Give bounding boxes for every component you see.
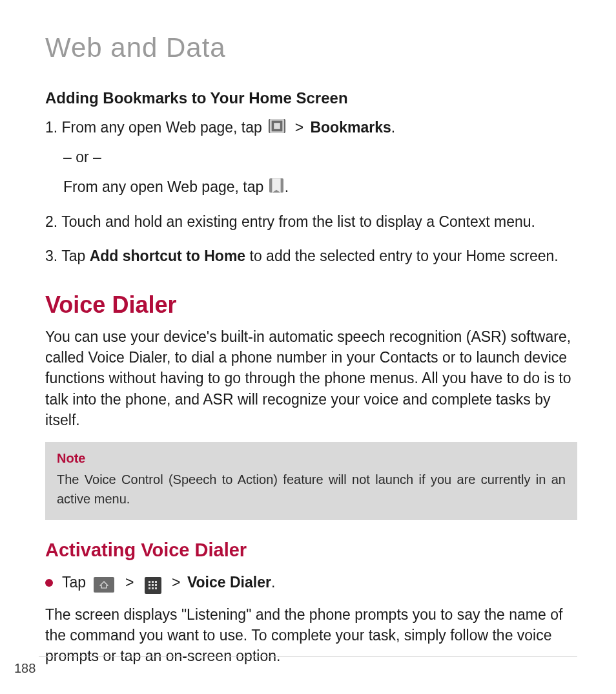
- document-page: Web and Data Adding Bookmarks to Your Ho…: [0, 0, 616, 694]
- bullet-item: Tap > > Voice Dialer.: [45, 571, 577, 594]
- tap-label: Tap: [62, 574, 90, 591]
- breadcrumb-separator: >: [172, 574, 180, 591]
- note-callout: Note The Voice Control (Speech to Action…: [45, 442, 577, 520]
- period: .: [391, 119, 395, 136]
- activating-voice-dialer-heading: Activating Voice Dialer: [45, 540, 577, 561]
- menu-icon: [269, 119, 285, 133]
- svg-rect-1: [274, 123, 280, 129]
- or-separator: – or –: [63, 145, 577, 169]
- svg-rect-9: [152, 587, 154, 589]
- alt-step: From any open Web page, tap .: [63, 175, 577, 199]
- period: .: [271, 574, 275, 591]
- voice-dialer-intro: You can use your device's built-in autom…: [45, 326, 577, 430]
- ordered-list: 1. From any open Web page, tap > Bookmar…: [45, 116, 577, 267]
- bookmark-icon: [269, 178, 283, 193]
- period: .: [285, 178, 289, 195]
- list-item: 2. Touch and hold an existing entry from…: [45, 211, 577, 233]
- chapter-title: Web and Data: [45, 32, 577, 63]
- step3-post: to add the selected entry to your Home s…: [245, 247, 559, 264]
- listening-para: The screen displays "Listening" and the …: [45, 604, 577, 667]
- note-text: The Voice Control (Speech to Action) fea…: [57, 470, 566, 509]
- list-item: 3. Tap Add shortcut to Home to add the s…: [45, 245, 577, 268]
- svg-rect-6: [152, 584, 154, 586]
- home-icon: [94, 577, 114, 593]
- svg-rect-10: [155, 587, 157, 589]
- svg-rect-4: [155, 581, 157, 583]
- svg-rect-7: [155, 584, 157, 586]
- svg-rect-2: [149, 581, 150, 583]
- section-heading-bookmarks: Adding Bookmarks to Your Home Screen: [45, 89, 577, 107]
- list-item: 1. From any open Web page, tap > Bookmar…: [45, 116, 577, 199]
- alt-step-text: From any open Web page, tap: [63, 178, 268, 195]
- step3-pre: 3. Tap: [45, 247, 90, 264]
- app-grid-icon: [145, 577, 161, 594]
- bullet-icon: [45, 579, 53, 587]
- voice-dialer-label: Voice Dialer: [187, 574, 271, 591]
- svg-rect-3: [152, 581, 154, 583]
- add-shortcut-label: Add shortcut to Home: [90, 247, 246, 264]
- breadcrumb-separator: >: [295, 119, 303, 136]
- page-number: 188: [14, 661, 36, 676]
- bookmarks-label: Bookmarks: [310, 119, 391, 136]
- svg-rect-5: [149, 584, 150, 586]
- note-label: Note: [57, 451, 566, 466]
- step-text: 1. From any open Web page, tap: [45, 119, 266, 136]
- footer-rule: [39, 656, 577, 657]
- svg-rect-8: [149, 587, 150, 589]
- breadcrumb-separator: >: [125, 574, 134, 591]
- voice-dialer-heading: Voice Dialer: [45, 291, 577, 319]
